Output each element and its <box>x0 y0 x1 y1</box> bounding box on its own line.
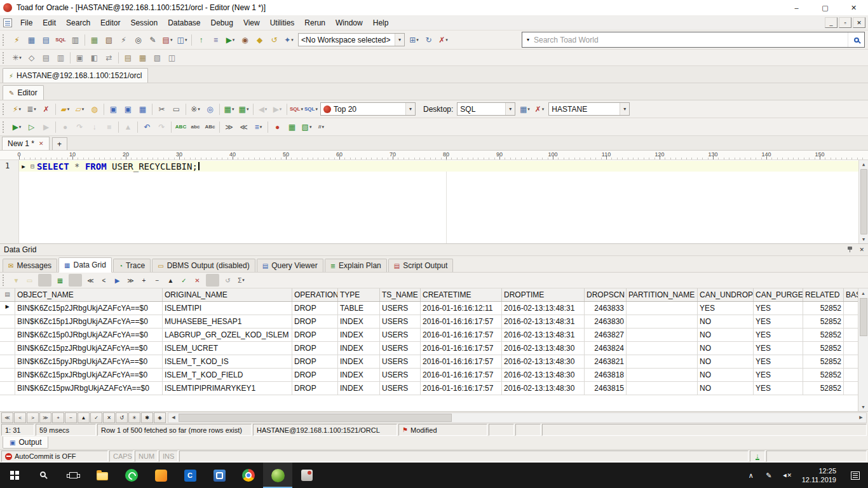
cell-ts_name[interactable]: USERS <box>380 382 421 395</box>
cancel-edit-icon[interactable]: ✕ <box>191 274 204 287</box>
close-button[interactable]: ✕ <box>839 0 868 15</box>
to-uppercase-icon[interactable]: ABc <box>203 120 217 134</box>
menu-item[interactable]: File <box>15 17 37 29</box>
toolbar-icon[interactable] <box>253 104 254 115</box>
execute-icon[interactable]: ▶ <box>223 33 238 47</box>
column-header[interactable]: DROPSCN <box>585 288 627 301</box>
undo-icon[interactable]: ↶ <box>140 120 154 134</box>
delete-record-icon[interactable]: − <box>151 274 164 287</box>
redo-icon[interactable]: ↷ <box>154 120 169 134</box>
toolbar-icon[interactable] <box>85 34 85 46</box>
output-tab[interactable]: ▣ Output <box>3 437 48 449</box>
halt-execution-icon[interactable]: ● <box>270 120 285 134</box>
first-record-icon[interactable]: ≪ <box>84 274 97 287</box>
next-row-button[interactable]: > <box>27 412 39 423</box>
cell-droptime[interactable]: 2016-02-13:13:48:31 <box>502 315 585 328</box>
chevron-down-icon[interactable]: ▾ <box>505 103 515 115</box>
er-diagram-icon[interactable]: ◫ <box>165 51 179 65</box>
mdi-restore-button[interactable]: ▫ <box>839 17 851 28</box>
sql-recall-icon[interactable]: ≣ <box>24 102 39 116</box>
edit-row-button[interactable]: ▲ <box>78 412 90 423</box>
code-fold-icon[interactable]: ⊟ <box>28 163 37 170</box>
menu-item[interactable]: Search <box>61 17 95 29</box>
toolbar-icon[interactable] <box>152 104 153 115</box>
schema-select[interactable]: HASTANE ▾ <box>548 102 630 116</box>
cell-createtime[interactable]: 2016-01-16:16:17:57 <box>421 369 502 381</box>
code-templates-icon[interactable]: ▦ <box>236 102 251 116</box>
save-as-icon[interactable]: ▣ <box>121 102 135 116</box>
current-line[interactable]: ▶ ⊟ SELECT * FROM USER_RECYCLEBIN; <box>19 161 858 172</box>
column-header[interactable]: ORIGINAL_NAME <box>163 288 292 301</box>
cell-createtime[interactable]: 2016-01-16:16:17:57 <box>421 329 502 341</box>
import-wizard-icon[interactable]: ▤ <box>39 51 53 65</box>
cell-droptime[interactable]: 2016-02-13:13:48:30 <box>502 382 585 395</box>
grid-horizontal-scrollbar[interactable]: ◀ ▶ <box>168 412 867 423</box>
row-selector[interactable] <box>0 315 15 328</box>
cell-operation[interactable]: DROP <box>292 355 338 368</box>
cell-can_purge[interactable]: YES <box>754 302 803 315</box>
query-builder-icon[interactable]: ▧ <box>299 120 314 134</box>
toolbar-icon[interactable] <box>118 121 119 133</box>
cell-can_undrop[interactable]: NO <box>698 329 754 341</box>
scroll-right-icon[interactable]: ▶ <box>856 413 866 423</box>
search-scope-dropdown-icon[interactable]: ▾ <box>522 37 534 43</box>
volume-muted-icon[interactable]: ◄✕ <box>778 463 796 488</box>
cell-original_name[interactable]: ISLEM_T_KOD_IS <box>163 355 292 368</box>
aggregate-icon[interactable]: Σ <box>234 274 248 287</box>
toad-app-icon[interactable] <box>292 463 322 488</box>
minimize-button[interactable]: – <box>782 0 811 15</box>
toolbar-icon[interactable] <box>171 121 172 133</box>
code-insight-icon[interactable]: ▦ <box>222 102 236 116</box>
chevron-down-icon[interactable]: ▾ <box>620 103 629 115</box>
format-code-icon[interactable]: ≡ <box>251 120 266 134</box>
cell-can_undrop[interactable]: NO <box>698 369 754 381</box>
post-edit-icon[interactable]: ✓ <box>177 274 191 287</box>
refresh-rows-button[interactable]: ↺ <box>116 412 128 423</box>
toolbar-icon[interactable] <box>206 274 219 287</box>
cell-partition_name[interactable] <box>627 382 698 395</box>
cell-can_purge[interactable]: YES <box>754 355 803 368</box>
toolbar-icon[interactable] <box>69 274 82 287</box>
chevron-down-icon[interactable]: ▾ <box>405 103 415 115</box>
cell-related[interactable]: 52852 <box>803 355 844 368</box>
new-editor-icon[interactable]: ▤ <box>39 33 53 47</box>
toad-world-search[interactable]: ▾ <box>522 32 865 48</box>
cell-original_name[interactable]: ISLEM_UCRET <box>163 342 292 355</box>
cell-droptime[interactable]: 2016-02-13:13:48:30 <box>502 342 585 355</box>
search-button[interactable] <box>29 463 58 488</box>
report-manager-icon[interactable]: ▤ <box>121 51 135 65</box>
chart-icon[interactable]: ◫ <box>175 33 189 47</box>
cell-type[interactable]: TABLE <box>338 302 380 315</box>
cell-type[interactable]: INDEX <box>338 369 380 381</box>
goto-row-button[interactable]: ◈ <box>154 412 166 423</box>
commit-icon[interactable]: ◆ <box>252 33 267 47</box>
cell-ts_name[interactable]: USERS <box>380 342 421 355</box>
cell-can_purge[interactable]: YES <box>754 382 803 395</box>
menu-item[interactable]: Database <box>163 17 205 29</box>
cell-can_undrop[interactable]: YES <box>698 302 754 315</box>
cell-droptime[interactable]: 2016-02-13:13:48:30 <box>502 355 585 368</box>
cell-original_name[interactable]: ISLEMTIPIPRIMARYKEY1 <box>163 382 292 395</box>
column-header[interactable]: OPERATION <box>292 288 338 301</box>
cell-partition_name[interactable] <box>627 329 698 341</box>
cell-ts_name[interactable]: USERS <box>380 369 421 381</box>
restore-button[interactable]: ▢ <box>811 0 839 15</box>
cell-dropscn[interactable]: 2463821 <box>585 355 627 368</box>
tray-expand-icon[interactable]: ∧ <box>742 463 760 488</box>
object-palette-icon[interactable]: ▧ <box>102 33 116 47</box>
menu-item[interactable]: Editor <box>95 17 125 29</box>
table-row[interactable]: BIN$K6Zc15pyJRbgUkjAZAFcYA==$0ISLEM_T_KO… <box>0 355 868 369</box>
row-selector[interactable] <box>0 369 15 381</box>
cell-related[interactable]: 52852 <box>803 342 844 355</box>
cell-droptime[interactable]: 2016-02-13:13:48:31 <box>502 329 585 341</box>
scroll-up-icon[interactable]: ▲ <box>862 160 865 168</box>
cell-object_name[interactable]: BIN$K6Zc15p2JRbgUkjAZAFcYA==$0 <box>15 302 163 315</box>
execute-sql-check-icon[interactable]: SQL <box>289 102 304 116</box>
debug-icon[interactable]: ◉ <box>238 33 252 47</box>
toolbar-grip[interactable] <box>3 52 7 64</box>
workspace-refresh-icon[interactable]: ↻ <box>421 33 436 47</box>
save-grid-icon[interactable]: ▼ <box>10 274 23 287</box>
toolbar-grip[interactable] <box>3 274 7 286</box>
cell-createtime[interactable]: 2016-01-16:16:17:57 <box>421 355 502 368</box>
pen-input-icon[interactable]: ✎ <box>760 463 778 488</box>
